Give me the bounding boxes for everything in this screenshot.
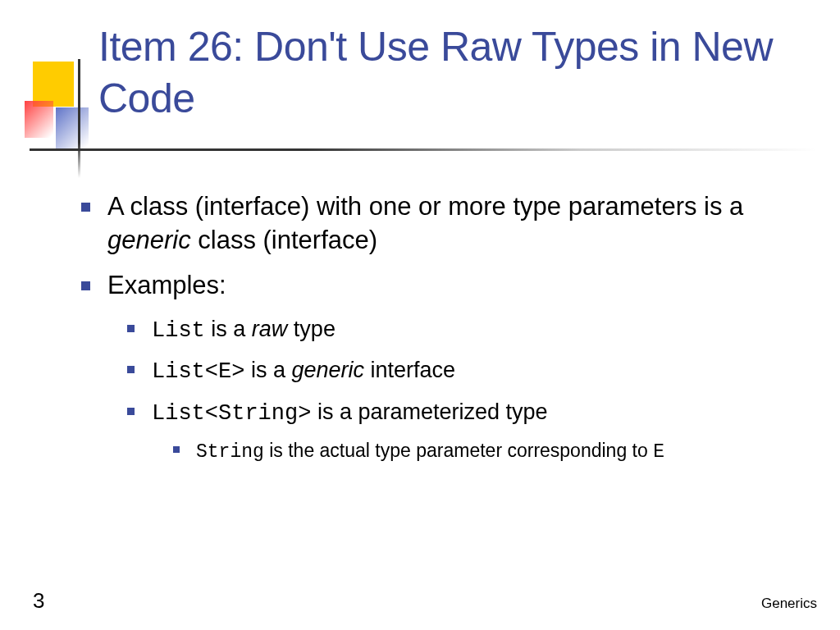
blue-square-icon [56, 107, 89, 148]
text: is a [244, 358, 291, 382]
bullet-level3: String is the actual type parameter corr… [196, 438, 808, 465]
text: class (interface) [191, 226, 377, 254]
code: List [152, 318, 205, 343]
yellow-square-icon [33, 62, 74, 107]
text: is a [205, 317, 252, 341]
emphasis: generic [107, 226, 191, 254]
emphasis: generic [291, 358, 364, 382]
bullet-level2: List<String> is a parameterized type [152, 397, 808, 428]
slide-body: A class (interface) with one or more typ… [78, 190, 808, 473]
corner-decoration [25, 62, 90, 168]
text: Examples: [107, 271, 226, 299]
text: is a parameterized type [311, 399, 547, 424]
code: List<String> [152, 401, 311, 426]
bullet-level1: Examples: [107, 269, 808, 303]
code: String [196, 441, 264, 463]
text: type [287, 317, 336, 341]
emphasis: raw [252, 317, 288, 341]
code: List<E> [152, 359, 244, 384]
text: A class (interface) with one or more typ… [107, 192, 743, 221]
red-square-icon [25, 101, 53, 138]
text: interface [364, 358, 455, 382]
footer-label: Generics [761, 596, 817, 612]
horizontal-rule [30, 148, 817, 151]
bullet-level2: List<E> is a generic interface [152, 355, 808, 386]
slide-title: Item 26: Don't Use Raw Types in New Code [98, 21, 829, 124]
bullet-level1: A class (interface) with one or more typ… [107, 190, 808, 258]
text: is the actual type parameter correspondi… [264, 440, 653, 461]
bullet-level2: List is a raw type [152, 314, 808, 345]
code: E [653, 441, 664, 463]
page-number: 3 [33, 588, 44, 614]
vertical-rule [78, 59, 80, 178]
slide: Item 26: Don't Use Raw Types in New Code… [0, 0, 840, 630]
